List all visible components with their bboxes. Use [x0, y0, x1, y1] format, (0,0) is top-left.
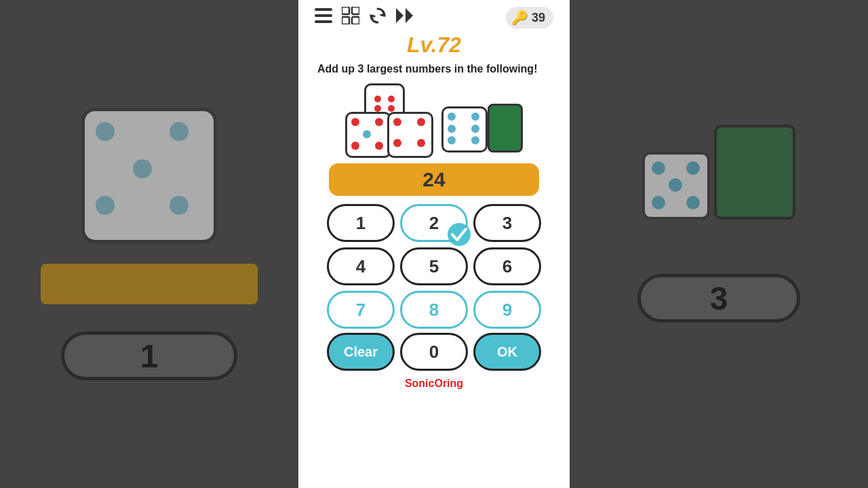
menu-icon[interactable] — [315, 8, 332, 27]
svg-rect-6 — [352, 17, 359, 24]
button-5[interactable]: 5 — [400, 247, 468, 285]
key-count: 39 — [532, 11, 545, 25]
main-panel: 🔑 39 Lv.72 Add up 3 largest numbers in t… — [298, 0, 570, 488]
background-right: 3 — [570, 0, 868, 488]
svg-rect-1 — [315, 14, 332, 17]
answer-banner: 24 — [329, 163, 539, 196]
checkmark-icon — [447, 222, 471, 247]
skip-icon[interactable] — [396, 8, 415, 27]
button-6[interactable]: 6 — [473, 247, 541, 285]
bottom-action-row: Clear 0 OK — [327, 333, 541, 371]
button-9[interactable]: 9 — [473, 291, 541, 329]
svg-rect-5 — [342, 17, 349, 24]
instructions-text: Add up 3 largest numbers in the followin… — [312, 62, 556, 77]
right-die — [441, 106, 488, 152]
answer-value: 24 — [422, 168, 445, 191]
toolbar-icons — [315, 7, 415, 28]
clear-button[interactable]: Clear — [327, 333, 395, 371]
bg-dice-left — [81, 108, 217, 243]
button-8[interactable]: 8 — [400, 291, 468, 329]
key-badge: 🔑 39 — [506, 7, 553, 28]
svg-rect-4 — [352, 7, 359, 14]
button-2[interactable]: 2 — [400, 204, 468, 242]
svg-marker-8 — [406, 8, 413, 23]
grid-icon[interactable] — [342, 7, 359, 28]
watermark: SonicOring — [405, 378, 463, 390]
ok-button[interactable]: OK — [473, 333, 541, 371]
zero-button[interactable]: 0 — [400, 333, 468, 371]
toolbar: 🔑 39 — [312, 7, 556, 28]
bottom-right-die — [387, 112, 433, 158]
key-icon: 🔑 — [511, 9, 528, 26]
green-block — [488, 104, 523, 152]
number-grid: 1 2 3 4 5 6 7 8 — [327, 204, 541, 329]
dice-group-left — [345, 83, 433, 158]
background-left: 1 — [0, 0, 298, 488]
svg-rect-0 — [315, 8, 332, 11]
dice-group-right — [441, 92, 523, 152]
svg-rect-3 — [342, 7, 349, 14]
bottom-left-die — [345, 112, 391, 158]
button-4[interactable]: 4 — [327, 247, 395, 285]
svg-marker-7 — [396, 8, 403, 23]
button-7[interactable]: 7 — [327, 291, 395, 329]
button-3[interactable]: 3 — [473, 204, 541, 242]
button-1[interactable]: 1 — [327, 204, 395, 242]
refresh-icon[interactable] — [369, 7, 387, 28]
svg-rect-2 — [315, 20, 332, 23]
dice-area — [312, 83, 556, 158]
level-title: Lv.72 — [407, 33, 461, 58]
